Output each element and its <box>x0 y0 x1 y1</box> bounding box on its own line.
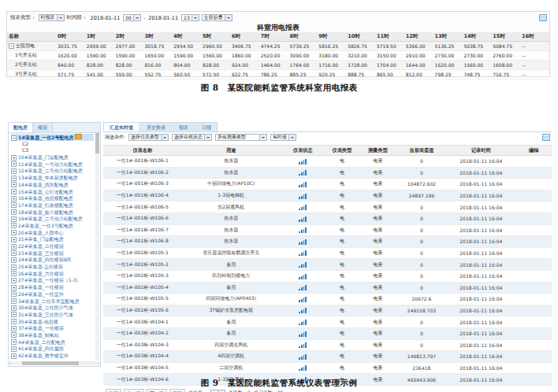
meter-edit-cell[interactable] <box>515 213 552 224</box>
tree-item[interactable]: +41#采集器_四住屋面 <box>11 346 94 353</box>
tree-item[interactable]: +18#采集器_新八楼配电房 <box>11 209 94 216</box>
tree-item[interactable]: +35#采集器-信息楼 <box>11 319 94 326</box>
tree-item[interactable]: +2#采集器_一住3号配电房 <box>11 223 94 230</box>
tree-item[interactable]: +42#采集器_教学楼室外 <box>11 353 94 360</box>
export-table-icon[interactable] <box>539 14 547 21</box>
sidebar-tab-配电房[interactable]: 配电房 <box>9 123 33 132</box>
tree-item[interactable]: +14#采集器_西区配电房 <box>11 182 94 189</box>
scrollbar-thumb[interactable] <box>95 133 99 153</box>
tree-item[interactable]: +25#采集器-五住楼层 <box>11 264 94 271</box>
tree-item[interactable]: +17#采集器_行政楼配电房 <box>11 202 94 209</box>
expand-icon[interactable]: + <box>11 182 17 187</box>
tree-item[interactable]: +27#采集器_一住楼层（1-3） <box>11 277 94 284</box>
expand-icon[interactable]: + <box>11 161 17 167</box>
pager-button-尾页[interactable]: 尾页 <box>169 389 185 392</box>
filter-select[interactable]: 选择在线状态 <box>172 134 212 141</box>
meter-edit-cell[interactable] <box>515 179 552 190</box>
expand-icon[interactable]: + <box>11 257 17 263</box>
expand-icon[interactable]: + <box>11 298 17 304</box>
expand-icon[interactable]: + <box>11 353 17 359</box>
expand-icon[interactable]: + <box>11 339 17 345</box>
expand-icon[interactable]: + <box>11 244 17 250</box>
meter-edit-cell[interactable] <box>515 316 552 328</box>
filter-select[interactable]: 所有测量类型 <box>215 134 267 141</box>
scroll-right-arrow-icon[interactable]: › <box>98 361 99 365</box>
expand-icon[interactable]: + <box>11 155 17 161</box>
pager-button-首页[interactable]: 首页 <box>106 389 121 392</box>
collapse-icon[interactable]: − <box>11 135 17 141</box>
meter-edit-cell[interactable] <box>515 294 552 305</box>
expand-icon[interactable]: + <box>11 312 17 317</box>
report-row-name[interactable]: 1号开关站 <box>7 51 56 61</box>
meter-edit-cell[interactable] <box>515 327 552 339</box>
expand-icon[interactable]: + <box>11 196 17 202</box>
tree-item[interactable]: +16#采集器_信息楼配电房 <box>11 195 94 202</box>
tree-item[interactable]: +37#采集器_一住楼层 <box>11 325 94 332</box>
filter-select[interactable]: 实时值 <box>270 134 296 141</box>
collapse-icon[interactable]: − <box>9 43 14 49</box>
tree-child-item[interactable]: C2 <box>11 141 94 148</box>
tree-item[interactable]: +31#采集器_三住医疗气体 <box>11 312 94 319</box>
tree-item[interactable]: +3#采集器_二住手术室配电房 <box>11 298 94 305</box>
meter-edit-cell[interactable] <box>515 282 552 294</box>
expand-icon[interactable]: + <box>11 250 17 256</box>
pager-button-下一页[interactable]: 下一页 <box>147 389 167 392</box>
main-tab-日报[interactable]: 日报 <box>195 122 218 131</box>
report-row-name[interactable]: 3号开关站 <box>7 70 56 80</box>
tree-item[interactable]: +15#采集器_公行道配电房 <box>11 189 94 196</box>
meter-edit-cell[interactable] <box>515 156 552 168</box>
tree-item[interactable]: +30#采集器_二住医疗气体 <box>11 305 94 312</box>
scroll-left-arrow-icon[interactable]: ‹ <box>9 361 11 365</box>
expand-icon[interactable]: + <box>11 271 17 276</box>
meter-edit-cell[interactable] <box>515 339 552 351</box>
expand-icon[interactable]: + <box>11 305 17 311</box>
expand-icon[interactable]: + <box>11 285 17 290</box>
meter-edit-cell[interactable] <box>515 190 552 202</box>
date-to-field[interactable]: 2018-01-11 <box>147 15 179 21</box>
expand-icon[interactable]: + <box>11 209 17 215</box>
expand-icon[interactable]: + <box>11 176 17 181</box>
expand-icon[interactable]: + <box>11 278 17 283</box>
tree-item[interactable]: +19#采集器_二号动力站配电房 <box>11 216 94 223</box>
sidebar-tab-楼层[interactable]: 楼层 <box>33 123 53 132</box>
sidebar-vertical-scrollbar[interactable]: ∨ <box>95 133 99 360</box>
collapse-all-select[interactable]: 全部折叠 <box>202 14 232 21</box>
expand-icon[interactable]: + <box>11 202 17 208</box>
meter-edit-cell[interactable] <box>515 247 552 259</box>
main-tab-汇总实时值[interactable]: 汇总实时值 <box>103 122 140 131</box>
tree-item[interactable]: +22#采集器_二住楼层 <box>11 243 94 250</box>
meter-edit-cell[interactable] <box>515 362 552 374</box>
tree-item[interactable]: +24#采集器_四住楼层B区 <box>11 257 94 264</box>
tree-item[interactable]: +13#采集器_中央厨房配电房 <box>11 175 94 182</box>
tree-item[interactable]: +12#采集器_二号动力站配电房 <box>11 168 94 175</box>
meter-edit-cell[interactable] <box>515 351 552 363</box>
report-row-name[interactable]: 2号开关站 <box>7 61 56 70</box>
expand-icon[interactable]: + <box>11 319 17 324</box>
expand-icon[interactable]: + <box>11 237 17 242</box>
expand-icon[interactable]: + <box>11 168 17 174</box>
meter-edit-cell[interactable] <box>515 270 552 282</box>
tree-item[interactable]: +26#采集器_六住楼层 <box>11 271 94 278</box>
expand-icon[interactable]: + <box>11 230 17 235</box>
tree-item[interactable]: +38#采集器_制氧站 <box>11 332 94 339</box>
scrollbar-thumb[interactable] <box>22 361 79 365</box>
meter-edit-cell[interactable] <box>515 224 552 236</box>
export-table-icon[interactable] <box>542 134 550 141</box>
meter-edit-cell[interactable] <box>515 305 552 316</box>
tree-item[interactable]: +20#采集器_人防中心 <box>11 230 94 237</box>
tree-item[interactable]: +29#采集器_一住室外 <box>11 291 94 298</box>
report-row-name[interactable]: −全院用电 <box>7 42 56 51</box>
main-tab-历史数值[interactable]: 历史数值 <box>140 122 172 131</box>
expand-icon[interactable]: + <box>11 346 17 352</box>
hour-to-select[interactable]: 23 <box>181 14 199 21</box>
tree-child-item[interactable]: C3 <box>11 147 94 154</box>
meter-edit-cell[interactable] <box>515 167 552 179</box>
expand-icon[interactable]: + <box>11 216 17 222</box>
report-type-select[interactable]: 时报表 <box>39 14 65 21</box>
tree-item[interactable]: −1#采集器_一住2号配电房 <box>11 134 94 141</box>
main-tab-报表[interactable]: 报表 <box>173 122 195 131</box>
expand-icon[interactable]: + <box>11 291 17 297</box>
tree-item[interactable]: +4#采集器_二住配电房 <box>11 339 94 346</box>
meter-edit-cell[interactable] <box>515 236 552 248</box>
meter-edit-cell[interactable] <box>515 259 552 271</box>
